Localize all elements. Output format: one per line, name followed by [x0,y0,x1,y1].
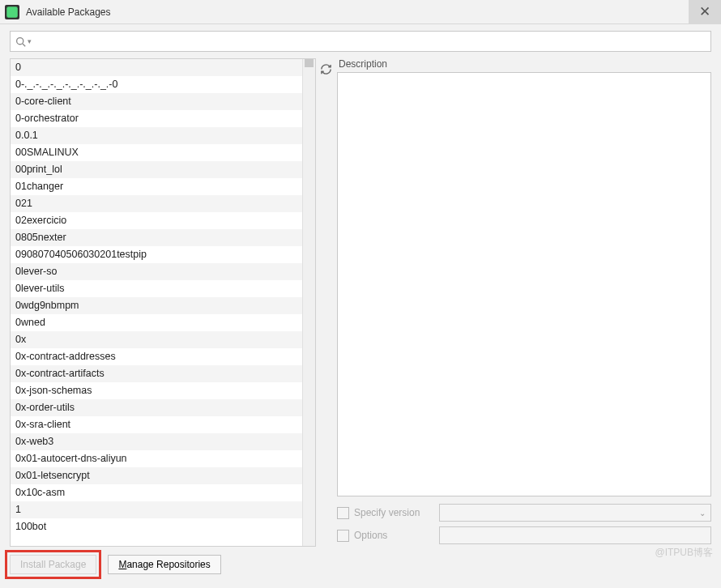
list-item[interactable]: 0x-contract-addresses [11,348,302,365]
list-item[interactable]: 0x-order-utils [11,399,302,416]
description-label: Description [337,58,711,70]
manage-repositories-rest: anage Repositories [126,559,210,570]
description-box [337,72,711,496]
list-item[interactable]: 0-core-client [11,93,302,110]
version-combo[interactable]: ⌄ [439,504,711,522]
options-label: Options [354,530,439,541]
options-row: Options [337,524,711,547]
chevron-down-icon: ⌄ [699,509,706,518]
app-icon [5,5,19,19]
chevron-down-icon: ▾ [28,37,32,45]
list-item[interactable]: 0 [11,59,302,76]
list-item[interactable]: 0x [11,331,302,348]
refresh-icon [320,63,332,75]
install-package-button[interactable]: Install Package [10,555,96,574]
left-pane: 00-._.-._.-._.-._.-._.-._.-00-core-clien… [10,58,316,547]
list-item[interactable]: 1 [11,501,302,518]
list-item[interactable]: 01changer [11,178,302,195]
specify-version-checkbox[interactable] [337,507,349,519]
specify-version-row: Specify version ⌄ [337,501,711,524]
list-item[interactable]: 0lever-utils [11,280,302,297]
list-item[interactable]: 0x10c-asm [11,484,302,501]
close-icon: ✕ [699,3,710,20]
list-item[interactable]: 0-orchestrator [11,110,302,127]
svg-rect-0 [6,6,18,18]
search-box[interactable]: ▾ [10,31,711,52]
scrollbar-thumb[interactable] [305,59,314,67]
list-item[interactable]: 02exercicio [11,212,302,229]
list-item[interactable]: 0x-sra-client [11,416,302,433]
list-item[interactable]: 0x-json-schemas [11,382,302,399]
watermark: @ITPUB博客 [655,546,713,560]
specify-version-label: Specify version [354,507,439,518]
svg-line-2 [23,43,25,45]
list-item[interactable]: 00print_lol [11,161,302,178]
manage-repositories-mnemonic: M [118,559,126,570]
list-item[interactable]: 0.0.1 [11,127,302,144]
list-item[interactable]: 0x-web3 [11,433,302,450]
list-item[interactable]: 0-._.-._.-._.-._.-._.-._.-0 [11,76,302,93]
titlebar: Available Packages ✕ [0,0,721,24]
close-button[interactable]: ✕ [689,0,721,24]
scrollbar[interactable] [302,59,315,546]
refresh-button[interactable] [317,60,335,78]
list-item[interactable]: 0lever-so [11,263,302,280]
list-item[interactable]: 0wdg9nbmpm [11,297,302,314]
list-item[interactable]: 100bot [11,518,302,535]
list-item[interactable]: 090807040506030201testpip [11,246,302,263]
bottom-bar: Install Package Manage Repositories [0,547,721,582]
list-item[interactable]: 0805nexter [11,229,302,246]
search-icon [15,36,26,47]
window-title: Available Packages [26,6,111,18]
package-list-wrap: 00-._.-._.-._.-._.-._.-._.-00-core-clien… [10,58,316,547]
install-highlight: Install Package [5,550,101,579]
package-list[interactable]: 00-._.-._.-._.-._.-._.-._.-00-core-clien… [11,59,302,546]
list-item[interactable]: 021 [11,195,302,212]
manage-repositories-button[interactable]: Manage Repositories [108,555,220,574]
main-area: 00-._.-._.-._.-._.-._.-._.-00-core-clien… [0,57,721,547]
list-item[interactable]: 0x01-letsencrypt [11,467,302,484]
right-pane: Description Specify version ⌄ Options [337,58,711,547]
svg-point-1 [17,37,23,44]
right-bottom: Specify version ⌄ Options [337,496,711,547]
list-item[interactable]: 0x01-autocert-dns-aliyun [11,450,302,467]
options-input[interactable] [439,526,711,544]
refresh-column [316,58,335,547]
options-checkbox[interactable] [337,530,349,542]
search-input[interactable] [35,36,706,47]
search-row: ▾ [0,24,721,57]
list-item[interactable]: 00SMALINUX [11,144,302,161]
list-item[interactable]: 0x-contract-artifacts [11,365,302,382]
list-item[interactable]: 0wned [11,314,302,331]
